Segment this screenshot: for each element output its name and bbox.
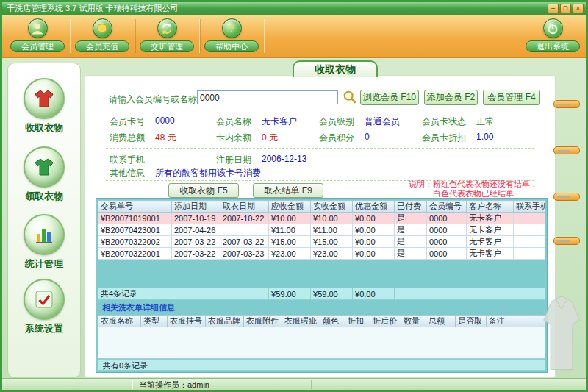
toolbar-item-member-management[interactable]: 会员管理 [5,18,70,56]
divider [106,148,534,149]
toolbar-separator [199,19,200,53]
orders-header-row: 交易单号添加日期取衣日期应收金额实收金额优惠金额已付费会员编号客户名称联系手机 [98,201,545,213]
orders-record-count: 共4条记录 [98,288,269,300]
order-cell-customer: 无卡客户 [467,224,514,236]
phone-label: 联系手机 [110,154,145,166]
member-management-button[interactable]: 会员管理 F4 [483,90,540,105]
order-cell-customer: 无卡客户 [467,213,514,224]
member-name-label: 会员名称 [216,115,251,128]
orders-sum-due: ¥59.00 [269,288,311,300]
order-cell-pickup-date: 2007-10-22 [220,213,269,224]
sidebar: 收取衣物 领取衣物 统计管理 系统设置 [7,63,81,378]
order-cell-add-date: 2007-10-19 [172,213,220,224]
order-cell-amount-paid: ¥11.00 [311,224,353,236]
orders-header-cell: 应收金额 [269,201,311,213]
orders-body: ¥B20071019001 2007-10-19 2007-10-22 ¥10.… [98,213,545,260]
details-header-cell: 衣服名称 [98,316,141,327]
minimize-button[interactable]: – [548,4,559,13]
orders-header-cell: 优惠金额 [353,201,395,213]
sidebar-item-settings[interactable]: 系统设置 [8,279,80,335]
orders-header-cell: 联系手机 [514,201,545,213]
current-operator: 当前操作员：admin [139,379,209,391]
order-row[interactable]: ¥B20070322002 2007-03-22 2007-03-22 ¥15.… [98,236,545,248]
statistics-icon [24,214,65,255]
operator-label: 当前操作员： [139,380,187,389]
order-cell-amount-paid: ¥10.00 [311,213,353,224]
order-row[interactable]: ¥B20071019001 2007-10-19 2007-10-22 ¥10.… [98,213,545,224]
receive-clothes-button[interactable]: 收取衣物 F5 [168,183,239,198]
status-bar: 当前操作员：admin [2,378,586,390]
order-cell-discount: ¥0.00 [353,236,395,248]
exit-system-label: 退出系统 [526,40,580,52]
other-info-value: 所有的散客都用该卡号消费 [155,167,261,179]
card-no-label: 会员卡号 [110,115,145,128]
order-row[interactable]: ¥B20070423001 2007-04-26 ¥11.00 ¥11.00 ¥… [98,224,545,236]
close-button[interactable]: × [573,4,584,13]
order-cell-member-no: 0000 [427,236,467,248]
help-icon: ? [222,18,242,38]
points-value: 0 [365,132,370,142]
order-cell-phone [514,236,545,248]
orders-header-cell: 会员编号 [427,201,467,213]
toolbar-item-label: 交班管理 [140,40,194,52]
search-icon[interactable] [343,90,357,104]
reg-date-value: 2006-12-13 [262,154,306,164]
order-cell-customer: 无卡客户 [467,248,514,260]
toolbar-item-help-center[interactable]: ? 帮助中心 [199,18,264,56]
add-member-button[interactable]: 添加会员 F2 [424,90,478,105]
order-cell-discount: ¥0.00 [353,248,395,260]
status-separator [311,380,312,389]
power-icon [543,18,563,38]
pickup-clothes-icon [24,146,65,188]
exit-system-button[interactable]: 退出系统 [526,18,580,56]
search-label: 请输入会员编号或名称: [109,93,199,106]
receive-clothes-icon [24,78,65,119]
order-cell-paid-flag: 是 [395,213,427,224]
browse-members-button[interactable]: 浏览会员 F10 [360,90,419,105]
details-header-cell: 类型 [141,316,168,327]
orders-empty-space [98,260,545,288]
orders-header-cell: 交易单号 [98,201,172,213]
details-header-cell: 折后价 [370,316,401,327]
orders-header-cell: 已付费 [395,201,427,213]
order-row[interactable]: ¥B20070322001 2007-03-22 2007-03-23 ¥23.… [98,248,545,260]
sidebar-item-statistics[interactable]: 统计管理 [8,214,80,271]
tab-receive-clothes[interactable]: 收取衣物 [293,60,378,77]
order-cell-add-date: 2007-03-22 [172,248,220,260]
order-cell-pickup-date: 2007-03-23 [220,248,269,260]
toolbar-separator [264,19,265,53]
order-cell-amount-due: ¥10.00 [269,213,311,224]
settle-pickup-button[interactable]: 取衣结单 F9 [253,183,323,198]
toolbar-item-label: 会员管理 [10,40,65,52]
order-cell-trade-no: ¥B20070423001 [98,224,172,236]
member-level-value: 普通会员 [365,115,400,128]
sidebar-item-label: 统计管理 [8,257,80,271]
toolbar-item-member-recharge[interactable]: 会员充值 [70,18,135,56]
sidebar-item-receive-clothes[interactable]: 收取衣物 [8,78,80,135]
settings-icon [24,279,65,320]
toolbar-item-shift-management[interactable]: 交班管理 [135,18,199,56]
order-cell-phone [514,224,545,236]
order-cell-amount-paid: ¥23.00 [311,248,353,260]
details-header-cell: 颜色 [320,316,345,327]
clip-decoration [553,193,580,201]
details-header-cell: 衣服品牌 [206,316,244,327]
sidebar-item-label: 收取衣物 [8,121,80,135]
details-table: 衣服名称类型衣服挂号衣服品牌衣服附件衣服瑕疵颜色折扣折后价数量总额是否取备注 [98,315,545,327]
order-cell-add-date: 2007-04-26 [172,224,220,236]
details-header-cell: 衣服瑕疵 [282,316,320,327]
recharge-icon [93,18,112,38]
sidebar-item-pickup-clothes[interactable]: 领取衣物 [8,146,80,203]
order-cell-customer: 无卡客户 [467,236,514,248]
search-input[interactable] [197,90,338,104]
main-panel: 请输入会员编号或名称: 浏览会员 F10 添加会员 F2 会员管理 F4 会员卡… [85,75,556,378]
orders-table: 交易单号添加日期取衣日期应收金额实收金额优惠金额已付费会员编号客户名称联系手机 … [98,200,545,260]
member-level-label: 会员级别 [319,115,354,128]
order-cell-pickup-date [220,224,269,236]
details-header-cell: 衣服附件 [244,316,282,327]
toolbar-item-label: 会员充值 [75,40,129,52]
maximize-button[interactable]: □ [560,4,571,13]
title-bar: 干洗店管理系统 3.7 试用版 卡瑞特科技有限公司 – □ × [2,2,586,15]
order-cell-amount-paid: ¥15.00 [311,236,353,248]
data-area: 交易单号添加日期取衣日期应收金额实收金额优惠金额已付费会员编号客户名称联系手机 … [96,198,548,373]
